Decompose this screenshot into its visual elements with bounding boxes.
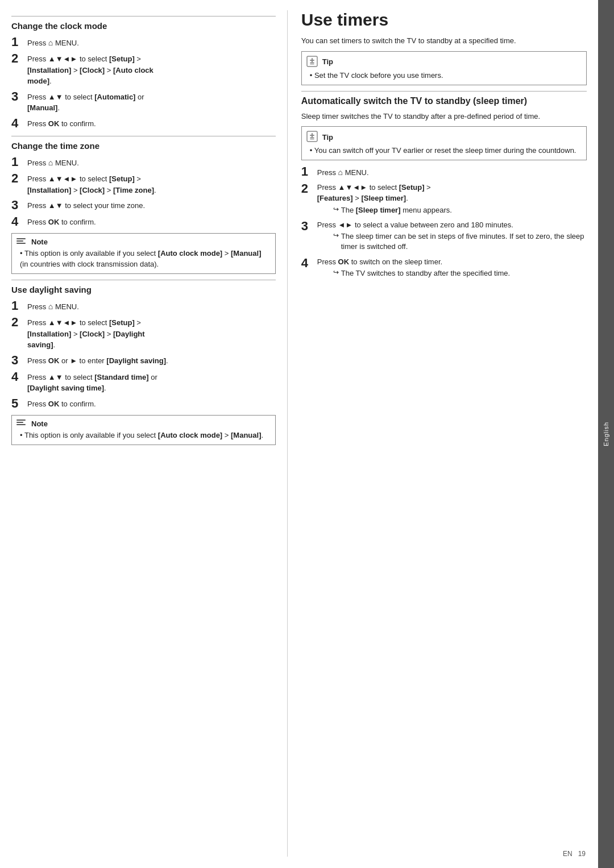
tip-icon-sleep-timer: [306, 131, 319, 143]
right-column: Use timers You can set timers to switch …: [288, 10, 587, 857]
step-sleep-3: 3 Press ◄► to select a value between zer…: [301, 219, 587, 254]
footer-page: 19: [578, 850, 586, 858]
step-clock-mode-4: 4 Press OK to confirm.: [11, 117, 276, 130]
section-title-time-zone: Change the time zone: [11, 141, 276, 151]
tip-icon-timers: [306, 56, 319, 68]
sub-arrow-sleep-2: ↪ The [Sleep timer] menu appears.: [333, 205, 452, 215]
section-title-sleep-timer: Automatically switch the TV to standby (…: [301, 96, 587, 106]
step-clock-mode-1: 1 Press ⌂ MENU.: [11, 35, 276, 49]
page-footer: EN 19: [563, 850, 586, 858]
tip-bullet-sleep-timer-1: You can switch off your TV earlier or re…: [306, 146, 580, 156]
step-time-zone-2: 2 Press ▲▼◄► to select [Setup] >[Install…: [11, 172, 276, 196]
home-icon: ⌂: [48, 37, 53, 49]
step-sleep-1: 1 Press ⌂ MENU.: [301, 165, 587, 178]
step-clock-mode-2: 2 Press ▲▼◄► to select [Setup] >[Install…: [11, 52, 276, 87]
note-bullet-daylight: This option is only available if you sel…: [16, 430, 269, 441]
divider-sleep-timer: [301, 91, 587, 92]
section-title-daylight: Use daylight saving: [11, 285, 276, 294]
tip-bullet-timers-1: Set the TV clock before you use timers.: [306, 70, 580, 81]
step-time-zone-4: 4 Press OK to confirm.: [11, 215, 276, 229]
step-daylight-5: 5 Press OK to confirm.: [11, 397, 276, 410]
step-daylight-2: 2 Press ▲▼◄► to select [Setup] >[Install…: [11, 315, 276, 351]
tip-box-sleep-timer: Tip You can switch off your TV earlier o…: [301, 126, 587, 160]
step-clock-mode-3: 3 Press ▲▼ to select [Automatic] or[Manu…: [11, 90, 276, 114]
sub-arrow-sleep-4: ↪ The TV switches to standby after the s…: [333, 268, 510, 279]
note-icon-time-zone: [16, 238, 28, 246]
section-title-clock-mode: Change the clock mode: [11, 21, 276, 31]
step-time-zone-1: 1 Press ⌂ MENU.: [11, 155, 276, 169]
note-time-zone: Note This option is only available if yo…: [11, 233, 276, 273]
step-daylight-3: 3 Press OK or ► to enter [Daylight savin…: [11, 354, 276, 367]
main-title-use-timers: Use timers: [301, 10, 587, 30]
side-tab: English: [598, 0, 614, 868]
side-tab-label: English: [603, 422, 609, 446]
step-sleep-4: 4 Press OK to switch on the sleep timer.…: [301, 256, 587, 280]
tip-box-timers: Tip Set the TV clock before you use time…: [301, 51, 587, 85]
divider-daylight: [11, 280, 276, 280]
note-icon-daylight: [16, 420, 28, 427]
home-icon-2: ⌂: [48, 157, 53, 169]
footer-label: EN: [563, 850, 572, 858]
step-time-zone-3: 3 Press ▲▼ to select your time zone.: [11, 198, 276, 212]
intro-text-sleep-timer: Sleep timer switches the TV to standby a…: [301, 111, 587, 122]
note-daylight: Note This option is only available if yo…: [11, 415, 276, 445]
sub-arrow-sleep-3: ↪ The sleep timer can be set in steps of…: [333, 231, 587, 252]
step-daylight-1: 1 Press ⌂ MENU.: [11, 299, 276, 313]
step-daylight-4: 4 Press ▲▼ to select [Standard time] or[…: [11, 370, 276, 394]
step-sleep-2: 2 Press ▲▼◄► to select [Setup] >[Feature…: [301, 182, 587, 217]
divider-time-zone: [11, 136, 276, 136]
left-column: Change the clock mode 1 Press ⌂ MENU. 2 …: [11, 10, 288, 857]
divider-clock-mode: [11, 16, 276, 16]
note-bullet-time-zone: This option is only available if you sel…: [16, 248, 269, 269]
home-icon-3: ⌂: [48, 301, 53, 313]
intro-text-timers: You can set timers to switch the TV to s…: [301, 35, 587, 47]
home-icon-4: ⌂: [338, 167, 343, 178]
